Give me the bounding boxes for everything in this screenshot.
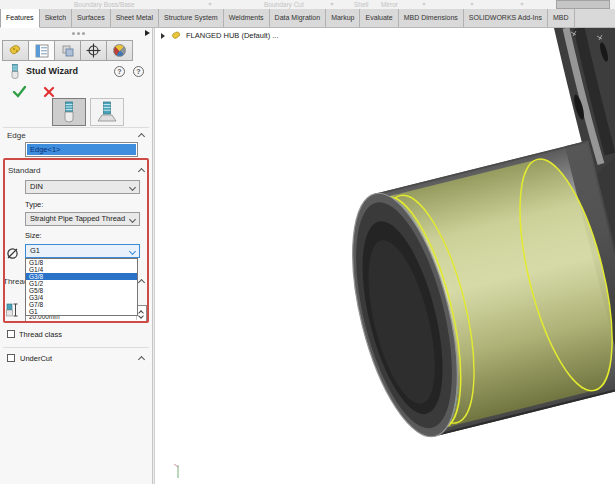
dropdown-caret-icon[interactable] [208, 3, 212, 6]
ribbon-tab-surfaces[interactable]: Surfaces [72, 9, 111, 27]
tab-display-manager[interactable] [106, 40, 133, 61]
ok-button[interactable] [12, 85, 27, 98]
ribbon-tab-weldments[interactable]: Weldments [224, 9, 270, 27]
thread-class-checkbox[interactable] [7, 330, 15, 338]
part-node-label[interactable]: FLANGED HUB (Default) ... [186, 31, 279, 40]
ribbon-tab-mbd-dimensions[interactable]: MBD Dimensions [399, 9, 464, 27]
cancel-button[interactable] [43, 86, 55, 98]
thread-class-label: Thread class [19, 330, 62, 339]
undercut-checkbox[interactable] [7, 354, 15, 362]
graphics-viewport[interactable]: FLANGED HUB (Default) ... [155, 28, 615, 484]
hub-cylinder[interactable] [332, 140, 615, 446]
model-view[interactable] [155, 28, 615, 484]
tab-dimxpert-manager[interactable] [80, 40, 107, 61]
collapse-chevron-icon[interactable] [138, 356, 145, 363]
dimxpert-icon [86, 43, 101, 58]
panel-flyout-arrow-icon[interactable] [145, 30, 150, 36]
stud-on-surface-button[interactable] [90, 98, 124, 126]
ribbon-overflow-button[interactable] [556, 0, 610, 9]
section-divider [3, 347, 149, 348]
annotation-highlight-rect [3, 158, 149, 323]
ribbon-tab-features[interactable]: Features [0, 9, 40, 28]
ribbon-tab-bar: Features Sketch Surfaces Sheet Metal Str… [0, 9, 615, 28]
context-help-icon[interactable]: ? [114, 66, 125, 77]
ribbon-tab-sketch[interactable]: Sketch [40, 9, 72, 27]
dropdown-caret-icon[interactable] [330, 3, 334, 6]
edge-selection-list[interactable]: Edge<1> [25, 142, 138, 157]
stud-on-surface-icon [96, 101, 118, 123]
tree-expand-arrow-icon[interactable] [161, 33, 165, 39]
tab-configuration-manager[interactable] [54, 40, 81, 61]
ribbon-tab-markup[interactable]: Markup [326, 9, 360, 27]
boundary-cut-label[interactable]: Boundary Cut [264, 1, 304, 8]
undercut-label: UnderCut [20, 354, 52, 363]
stud-on-cylinder-icon [60, 101, 78, 123]
ribbon-tab-sheet-metal[interactable]: Sheet Metal [111, 9, 159, 27]
collapse-chevron-icon[interactable] [138, 133, 145, 140]
selected-edge-item[interactable]: Edge<1> [27, 144, 136, 155]
stud-wizard-icon [9, 64, 21, 79]
solidworks-window: Boundary Boss/Base Boundary Cut Shell Mi… [0, 0, 615, 484]
part-icon [171, 30, 182, 41]
tab-feature-manager[interactable] [2, 40, 29, 61]
dropdown-caret-icon[interactable] [470, 3, 474, 6]
display-manager-icon [113, 44, 126, 57]
dropdown-caret-icon[interactable] [422, 3, 426, 6]
section-divider [3, 127, 149, 128]
help-icon[interactable]: ? [133, 66, 144, 77]
ribbon-tab-solidworks-add-ins[interactable]: SOLIDWORKS Add-Ins [464, 9, 548, 27]
property-manager-panel: Stud Wizard ? ? [0, 28, 152, 484]
feature-manager-icon [8, 43, 23, 58]
panel-drag-handle[interactable] [72, 32, 75, 35]
stud-on-cylinder-button[interactable] [52, 98, 86, 126]
mirror-label[interactable]: Mirror [381, 1, 398, 8]
edge-section-header[interactable]: Edge [7, 131, 26, 140]
panel-title: Stud Wizard [26, 66, 78, 76]
shell-label[interactable]: Shell [354, 1, 368, 8]
configuration-manager-icon [61, 44, 75, 58]
ribbon-tab-data-migration[interactable]: Data Migration [270, 9, 327, 27]
boundary-boss-base-label[interactable]: Boundary Boss/Base [74, 1, 135, 8]
ribbon-tab-mbd[interactable]: MBD [548, 9, 575, 27]
ribbon-tab-evaluate[interactable]: Evaluate [360, 9, 398, 27]
flyout-feature-tree[interactable]: FLANGED HUB (Default) ... [161, 30, 279, 41]
property-manager-icon [35, 44, 49, 58]
manager-tab-strip [2, 40, 132, 61]
origin-triad-icon [174, 464, 179, 478]
ribbon-overflow-row: Boundary Boss/Base Boundary Cut Shell Mi… [0, 0, 615, 9]
tab-property-manager[interactable] [28, 40, 55, 61]
dropdown-caret-icon[interactable] [520, 3, 524, 6]
ribbon-tab-structure-system[interactable]: Structure System [159, 9, 224, 27]
